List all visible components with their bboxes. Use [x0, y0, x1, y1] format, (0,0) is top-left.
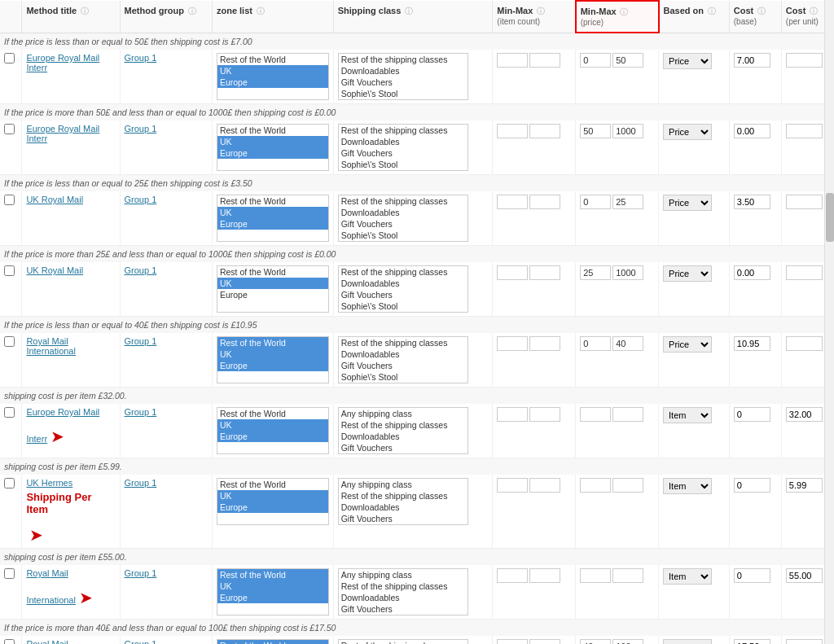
cost-base-input[interactable]: [734, 639, 770, 644]
cost-base-input[interactable]: [734, 195, 770, 209]
shipping-class-option[interactable]: Standard Shipping: [339, 312, 467, 313]
shipping-class-option[interactable]: Any shipping class: [339, 479, 467, 490]
shipping-class-option[interactable]: Sophie\'s Stool: [339, 230, 467, 241]
shipping-class-option[interactable]: Gift Vouchers: [339, 603, 467, 615]
minmax-price-min-input[interactable]: [580, 407, 611, 422]
based-on-select[interactable]: PriceItem: [663, 568, 712, 585]
row-checkbox[interactable]: [4, 336, 15, 347]
shipping-class-option[interactable]: Gift Vouchers: [339, 442, 467, 453]
shipping-class-option[interactable]: Sophie\'s Stool: [339, 159, 467, 170]
method-title-link[interactable]: UK Royal Mail: [26, 265, 83, 275]
method-group-link[interactable]: Group 1: [125, 639, 157, 644]
zone-option[interactable]: Europe: [217, 502, 328, 513]
zone-option[interactable]: Europe: [217, 218, 328, 230]
shipping-class-option[interactable]: Rest of the shipping classes: [339, 266, 467, 278]
method-title-link[interactable]: Royal Mail International: [26, 639, 76, 644]
row-checkbox[interactable]: [4, 53, 15, 64]
shipping-class-list[interactable]: Rest of the shipping classesDownloadable…: [338, 124, 468, 171]
shipping-class-option[interactable]: Downloadables: [339, 348, 467, 360]
minmax-item-max-input[interactable]: [529, 53, 560, 68]
zone-list[interactable]: Rest of the WorldUKEurope: [217, 53, 329, 100]
zone-option[interactable]: Europe: [217, 147, 328, 159]
zone-option[interactable]: Rest of the World: [217, 479, 328, 490]
cost-unit-input[interactable]: [786, 195, 823, 209]
minmax-item-min-input[interactable]: [497, 336, 528, 351]
zone-option[interactable]: UK: [217, 136, 328, 147]
shipping-class-option[interactable]: Standard Shipping: [339, 383, 467, 383]
minmax-price-max-input[interactable]: [612, 195, 643, 209]
shipping-class-option[interactable]: Rest of the shipping classes: [339, 640, 467, 644]
shipping-class-option[interactable]: Downloadables: [339, 207, 467, 218]
shipping-class-option[interactable]: Rest of the shipping classes: [339, 337, 467, 348]
minmax-price-max-input[interactable]: [612, 568, 643, 583]
shipping-class-option[interactable]: Gift Vouchers: [339, 289, 467, 300]
zone-option[interactable]: Rest of the World: [217, 266, 328, 278]
minmax-price-max-input[interactable]: [612, 53, 643, 68]
method-group-link[interactable]: Group 1: [125, 336, 157, 346]
based-on-select[interactable]: PriceItem: [663, 265, 712, 282]
minmax-price-min-input[interactable]: [580, 478, 611, 493]
row-checkbox[interactable]: [4, 265, 15, 276]
vertical-scrollbar[interactable]: [824, 0, 834, 644]
method-group-link[interactable]: Group 1: [125, 478, 157, 488]
zone-list[interactable]: Rest of the WorldUKEurope: [217, 407, 329, 454]
based-on-select[interactable]: PriceItem: [663, 53, 712, 69]
minmax-item-max-input[interactable]: [529, 407, 560, 422]
cost-unit-input[interactable]: [786, 407, 823, 422]
shipping-class-list[interactable]: Any shipping classRest of the shipping c…: [338, 478, 468, 525]
zone-option[interactable]: UK: [217, 490, 328, 502]
minmax-price-min-input[interactable]: [580, 53, 611, 68]
minmax-price-min-input[interactable]: [580, 124, 611, 138]
method-title-link[interactable]: Royal Mail International: [26, 568, 76, 605]
minmax-price-max-input[interactable]: [612, 336, 643, 351]
row-checkbox[interactable]: [4, 478, 15, 488]
minmax-item-max-input[interactable]: [529, 639, 560, 644]
minmax-price-max-input[interactable]: [612, 407, 643, 422]
shipping-class-option[interactable]: Rest of the shipping classes: [339, 419, 467, 431]
shipping-class-option[interactable]: Standard Shipping: [339, 99, 467, 100]
minmax-item-min-input[interactable]: [497, 124, 528, 138]
shipping-class-option[interactable]: Gift Vouchers: [339, 218, 467, 230]
minmax-price-max-input[interactable]: [612, 639, 643, 644]
cost-base-input[interactable]: [734, 478, 770, 493]
row-checkbox[interactable]: [4, 195, 15, 205]
zone-list[interactable]: Rest of the WorldUKEurope: [217, 478, 329, 525]
shipping-class-list[interactable]: Rest of the shipping classesDownloadable…: [338, 265, 468, 313]
cost-unit-input[interactable]: [786, 478, 823, 493]
zone-option[interactable]: UK: [217, 65, 328, 77]
method-title-link[interactable]: UK Royal Mail: [26, 195, 83, 204]
zone-option[interactable]: UK: [217, 580, 328, 592]
shipping-class-option[interactable]: Rest of the shipping classes: [339, 580, 467, 592]
shipping-class-option[interactable]: Downloadables: [339, 136, 467, 147]
shipping-class-option[interactable]: Sophie\'s Stool: [339, 88, 467, 99]
method-group-link[interactable]: Group 1: [125, 265, 157, 275]
row-checkbox[interactable]: [4, 124, 15, 134]
shipping-class-option[interactable]: Downloadables: [339, 431, 467, 442]
cost-base-input[interactable]: [734, 265, 770, 280]
zone-option[interactable]: Rest of the World: [217, 408, 328, 419]
cost-unit-input[interactable]: [786, 336, 823, 351]
zone-list[interactable]: Rest of the WorldUKEurope: [217, 195, 329, 242]
zone-option[interactable]: UK: [217, 278, 328, 289]
shipping-class-option[interactable]: Any shipping class: [339, 569, 467, 580]
shipping-class-option[interactable]: Standard Shipping: [339, 241, 467, 242]
zone-option[interactable]: UK: [217, 348, 328, 360]
shipping-class-list[interactable]: Rest of the shipping classesDownloadable…: [338, 53, 468, 100]
minmax-item-min-input[interactable]: [497, 478, 528, 493]
minmax-price-min-input[interactable]: [580, 336, 611, 351]
method-title-link[interactable]: Royal Mail International: [26, 336, 76, 356]
row-checkbox[interactable]: [4, 639, 15, 644]
minmax-item-min-input[interactable]: [497, 568, 528, 583]
method-group-link[interactable]: Group 1: [125, 407, 157, 417]
zone-list[interactable]: Rest of the WorldUKEurope: [217, 124, 329, 171]
shipping-class-option[interactable]: Downloadables: [339, 278, 467, 289]
shipping-class-option[interactable]: Gift Vouchers: [339, 513, 467, 524]
zone-list[interactable]: Rest of the WorldUKEurope: [217, 336, 329, 383]
shipping-class-option[interactable]: Gift Vouchers: [339, 77, 467, 88]
scrollbar-thumb[interactable]: [826, 193, 834, 242]
cost-base-input[interactable]: [734, 53, 770, 68]
row-checkbox[interactable]: [4, 407, 15, 418]
zone-option[interactable]: Rest of the World: [217, 54, 328, 65]
zone-option[interactable]: Europe: [217, 289, 328, 300]
zone-option[interactable]: Rest of the World: [217, 125, 328, 136]
